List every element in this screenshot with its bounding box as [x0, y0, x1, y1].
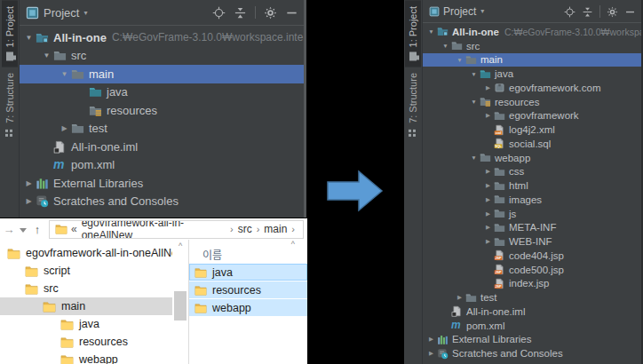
tree-item-label: egovframework: [509, 110, 579, 121]
tree-item-main[interactable]: ▼main: [423, 53, 641, 67]
package-icon: [494, 82, 505, 93]
tree-item-html[interactable]: ▶html: [423, 178, 641, 193]
tree-item-scratches-and-consoles[interactable]: ▶Scratches and Consoles: [20, 193, 304, 211]
breadcrumb-main[interactable]: main: [264, 223, 287, 235]
chevron-right-icon[interactable]: ▶: [22, 197, 36, 205]
chevron-right-icon[interactable]: ▶: [482, 112, 494, 119]
explorer-tree-item-main[interactable]: main: [0, 297, 172, 315]
chevron-down-icon[interactable]: ▼: [468, 71, 480, 77]
tree-item-java[interactable]: ▼java: [423, 67, 641, 81]
scrollbar-thumb[interactable]: [174, 291, 187, 320]
chevron-right-icon[interactable]: ▶: [482, 84, 494, 91]
tree-item-resources[interactable]: resources: [20, 101, 304, 120]
chevron-down-icon[interactable]: ▼: [468, 99, 480, 105]
forward-icon[interactable]: →: [2, 223, 16, 236]
chevron-right-icon[interactable]: ▶: [482, 196, 494, 203]
tree-item-log4j2-xml[interactable]: xmllog4j2.xml: [423, 123, 641, 137]
chevron-right-icon[interactable]: ▶: [482, 238, 494, 245]
tree-item-src[interactable]: ▼src: [20, 47, 304, 66]
tree-item-code500-jsp[interactable]: JSPcode500.jsp: [423, 263, 641, 277]
settings-icon[interactable]: [607, 5, 618, 17]
tree-item-external-libraries[interactable]: ▶External Libraries: [423, 333, 641, 347]
tree-item-scratches-and-consoles[interactable]: ▶Scratches and Consoles: [423, 346, 641, 360]
locate-icon[interactable]: [212, 6, 226, 20]
chevron-down-icon[interactable]: ▼: [454, 57, 465, 63]
chevron-down-icon[interactable]: ▼: [468, 154, 480, 161]
iml-file-icon: [451, 305, 463, 317]
tree-item-egovframework-com[interactable]: ▶egovframework.com: [423, 81, 641, 95]
breadcrumb-separator[interactable]: ›: [230, 224, 234, 234]
tree-item-resources[interactable]: ▼resources: [423, 95, 641, 109]
tool-tab-7-structure[interactable]: 7: Structure: [405, 67, 421, 145]
explorer-tree-item-java[interactable]: java: [0, 315, 172, 333]
breadcrumb-separator[interactable]: ›: [291, 224, 295, 234]
tree-item-index-jsp[interactable]: JSPindex.jsp: [423, 277, 641, 291]
tree-item-egovframework[interactable]: ▶egovframework: [423, 109, 641, 123]
chevron-right-icon[interactable]: ▶: [482, 224, 494, 231]
explorer-tree-item-src[interactable]: src: [0, 280, 172, 297]
settings-icon[interactable]: [264, 6, 277, 20]
hide-icon[interactable]: [285, 6, 298, 20]
tree-item-external-libraries[interactable]: ▶External Libraries: [20, 174, 304, 193]
tool-tab-7-structure[interactable]: 7: Structure: [2, 67, 18, 145]
chevron-down-icon[interactable]: ▾: [480, 7, 484, 15]
explorer-tree-item-egovframework-all-in-oneallnew[interactable]: egovframework-all-in-oneAllNew: [0, 244, 172, 262]
chevron-down-icon[interactable]: ▼: [425, 28, 437, 35]
tool-tab-1-project[interactable]: 1: Project: [2, 0, 18, 67]
chevron-right-icon[interactable]: ▶: [482, 210, 494, 218]
breadcrumb-egovframework-all-in-oneallnew[interactable]: egovframework-all-in-oneAllNew: [82, 220, 226, 239]
tree-item-all-in-one[interactable]: ▼All-in-oneC:₩eGovFrame-3.10.0₩workspace…: [423, 25, 641, 39]
locate-icon[interactable]: [564, 5, 576, 17]
tree-item-all-in-one[interactable]: ▼All-in-oneC:₩eGovFrame-3.10.0₩workspace…: [20, 28, 304, 47]
tree-item-all-in-one-iml[interactable]: All-in-one.iml: [20, 138, 304, 156]
column-header[interactable]: 이름 ^: [189, 240, 307, 264]
address-bar[interactable]: «egovframework-all-in-oneAllNew›src›main…: [49, 220, 304, 239]
tree-item-test[interactable]: ▶test: [20, 120, 304, 138]
tree-item-js[interactable]: ▶js: [423, 207, 641, 221]
tree-item-label: main: [89, 67, 114, 81]
chevron-right-icon[interactable]: ▶: [425, 350, 437, 357]
column-name-label[interactable]: 이름: [202, 247, 222, 262]
breadcrumb-src[interactable]: src: [238, 223, 252, 235]
chevron-right-icon[interactable]: ▶: [22, 179, 36, 187]
tree-scrollbar[interactable]: ^: [172, 240, 188, 364]
tree-item-pom-xml[interactable]: mpom.xml: [20, 156, 304, 175]
tree-item-java[interactable]: java: [20, 83, 304, 102]
recent-locations-icon[interactable]: [20, 228, 27, 233]
chevron-right-icon[interactable]: ▶: [454, 294, 465, 301]
chevron-right-icon[interactable]: ▶: [482, 182, 494, 189]
collapse-all-icon[interactable]: [582, 5, 593, 17]
chevron-right-icon[interactable]: ▶: [425, 336, 437, 343]
file-list-item-java[interactable]: java: [189, 264, 307, 281]
file-list-item-webapp[interactable]: webapp: [189, 299, 307, 316]
tree-item-test[interactable]: ▶test: [423, 290, 641, 305]
tree-item-pom-xml[interactable]: mpom.xml: [423, 319, 641, 333]
explorer-tree-item-resources[interactable]: resources: [0, 333, 172, 351]
hide-icon[interactable]: [624, 5, 636, 17]
tree-item-images[interactable]: ▶images: [423, 193, 641, 207]
chevron-down-icon[interactable]: ▼: [440, 43, 451, 49]
chevron-down-icon[interactable]: ▼: [58, 70, 71, 78]
chevron-down-icon[interactable]: ▼: [22, 34, 36, 42]
explorer-tree-item-script[interactable]: script: [0, 262, 172, 280]
tree-item-main[interactable]: ▼main: [20, 65, 304, 83]
collapse-all-icon[interactable]: [234, 6, 247, 20]
chevron-right-icon[interactable]: ▶: [482, 168, 494, 175]
file-list-item-resources[interactable]: resources: [189, 281, 307, 298]
scroll-up-icon[interactable]: ^: [172, 240, 188, 250]
explorer-tree-item-webapp[interactable]: webapp: [0, 351, 172, 364]
tree-item-web-inf[interactable]: ▶WEB-INF: [423, 234, 641, 249]
tree-item-all-in-one-iml[interactable]: All-in-one.iml: [423, 305, 641, 319]
tree-item-code404-jsp[interactable]: JSPcode404.jsp: [423, 249, 641, 263]
chevron-right-icon[interactable]: ▶: [58, 124, 71, 132]
tree-item-meta-inf[interactable]: ▶META-INF: [423, 221, 641, 235]
breadcrumb-separator[interactable]: ›: [257, 224, 260, 234]
tree-item-webapp[interactable]: ▼webapp: [423, 151, 641, 165]
chevron-down-icon[interactable]: ▼: [40, 51, 53, 59]
chevron-down-icon[interactable]: ▾: [83, 9, 87, 17]
tree-item-css[interactable]: ▶css: [423, 165, 641, 179]
up-icon[interactable]: ↑: [30, 223, 44, 236]
tool-tab-1-project[interactable]: 1: Project: [405, 0, 421, 67]
tree-item-social-sql[interactable]: SQLsocial.sql: [423, 137, 641, 151]
tree-item-src[interactable]: ▼src: [423, 39, 641, 53]
